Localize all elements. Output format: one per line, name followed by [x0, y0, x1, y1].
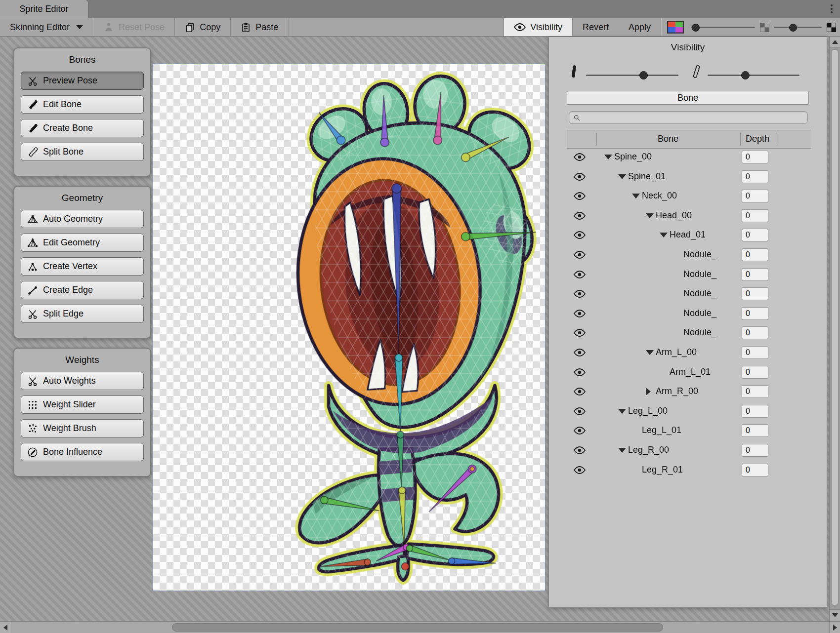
depth-field[interactable]: 0	[742, 209, 768, 222]
bone-name[interactable]: Nodule_	[683, 308, 716, 318]
eye-icon[interactable]	[574, 290, 586, 298]
foldout-icon[interactable]	[618, 448, 626, 453]
eye-icon[interactable]	[574, 271, 586, 278]
horizontal-scrollbar[interactable]	[0, 621, 840, 633]
bone-row[interactable]: Leg_R_01 0	[549, 461, 827, 480]
bone-row[interactable]: Nodule_ 0	[549, 304, 827, 324]
mesh-opacity-knob[interactable]	[741, 71, 750, 79]
depth-field[interactable]: 0	[742, 287, 768, 300]
scroll-down-button[interactable]	[830, 609, 840, 621]
foldout-icon[interactable]	[646, 350, 654, 355]
tab-sprite-editor[interactable]: Sprite Editor	[0, 0, 88, 18]
bone-row[interactable]: Leg_L_01 0	[549, 421, 827, 441]
edit-geometry-button[interactable]: Edit Geometry	[21, 234, 144, 252]
auto-geometry-button[interactable]: Auto Geometry	[21, 210, 144, 228]
bone-name[interactable]: Leg_R_00	[628, 445, 669, 455]
slider-knob[interactable]	[789, 24, 797, 32]
depth-field[interactable]: 0	[742, 444, 768, 457]
bone-name[interactable]: Leg_L_00	[628, 406, 668, 416]
skinning-editor-dropdown[interactable]: Skinning Editor	[0, 18, 93, 36]
edit-bone-button[interactable]: Edit Bone	[21, 95, 144, 114]
depth-field[interactable]: 0	[742, 151, 768, 163]
reset-pose-button[interactable]: Reset Pose	[93, 18, 174, 36]
horizontal-scroll-thumb[interactable]	[172, 623, 663, 632]
bone-row[interactable]: Nodule_ 0	[549, 245, 827, 265]
bone-row[interactable]: Nodule_ 0	[549, 323, 827, 343]
auto-weights-button[interactable]: Auto Weights	[21, 372, 144, 390]
eye-icon[interactable]	[574, 212, 586, 220]
depth-field[interactable]: 0	[742, 424, 768, 437]
foldout-icon[interactable]	[618, 174, 626, 179]
eye-icon[interactable]	[574, 192, 586, 200]
foldout-icon[interactable]	[604, 155, 612, 159]
eye-icon[interactable]	[574, 466, 586, 474]
depth-field[interactable]: 0	[742, 326, 768, 339]
bone-name[interactable]: Leg_R_01	[642, 465, 683, 475]
eye-icon[interactable]	[574, 368, 586, 376]
eye-icon[interactable]	[574, 173, 586, 181]
bone-row[interactable]: Spine_01 0	[549, 167, 827, 187]
bone-name[interactable]: Arm_L_00	[656, 347, 697, 357]
scroll-up-button[interactable]	[830, 37, 840, 48]
scroll-left-button[interactable]	[0, 622, 11, 633]
bone-name[interactable]: Nodule_	[683, 288, 716, 299]
depth-field[interactable]: 0	[742, 248, 768, 261]
weight-brush-button[interactable]: Weight Brush	[21, 419, 144, 437]
eye-icon[interactable]	[574, 310, 586, 317]
foldout-icon[interactable]	[618, 409, 626, 414]
vertical-scrollbar[interactable]	[829, 37, 840, 621]
foldout-icon[interactable]	[646, 388, 651, 396]
depth-field[interactable]: 0	[742, 190, 768, 202]
split-edge-button[interactable]: Split Edge	[21, 305, 144, 323]
create-vertex-button[interactable]: Create Vertex	[21, 257, 144, 276]
bone-row[interactable]: Head_01 0	[549, 226, 827, 245]
eye-icon[interactable]	[574, 427, 586, 435]
visibility-toggle-button[interactable]: Visibility	[504, 18, 573, 36]
depth-field[interactable]: 0	[742, 307, 768, 320]
eye-icon[interactable]	[574, 329, 586, 337]
foldout-icon[interactable]	[632, 194, 640, 198]
create-edge-button[interactable]: Create Edge	[21, 281, 144, 299]
mesh-opacity-slider[interactable]	[708, 75, 799, 76]
overlay-opacity-slider[interactable]	[691, 22, 755, 32]
paste-button[interactable]: Paste	[231, 18, 288, 36]
foldout-icon[interactable]	[660, 233, 668, 237]
copy-button[interactable]: Copy	[175, 18, 230, 36]
depth-field[interactable]: 0	[742, 170, 768, 183]
bone-name[interactable]: Nodule_	[683, 327, 716, 338]
split-bone-button[interactable]: Split Bone	[21, 143, 144, 161]
bone-opacity-slider[interactable]	[586, 75, 678, 76]
bone-name[interactable]: Arm_R_00	[656, 386, 698, 396]
scroll-right-button[interactable]	[829, 622, 840, 633]
bone-row[interactable]: Spine_00 0	[549, 148, 827, 167]
weight-slider-button[interactable]: Weight Slider	[21, 396, 144, 414]
bone-name[interactable]: Nodule_	[683, 269, 716, 279]
preview-pose-button[interactable]: Preview Pose	[21, 72, 144, 90]
bone-name[interactable]: Head_00	[656, 210, 692, 221]
bone-name[interactable]: Arm_L_01	[670, 367, 711, 377]
search-input[interactable]	[584, 113, 803, 122]
bone-row[interactable]: Neck_00 0	[549, 187, 827, 206]
slider-knob[interactable]	[692, 24, 700, 32]
sprite-canvas[interactable]	[153, 64, 545, 591]
bone-row[interactable]: Nodule_ 0	[549, 284, 827, 304]
revert-button[interactable]: Revert	[573, 18, 619, 36]
depth-field[interactable]: 0	[742, 405, 768, 418]
eye-icon[interactable]	[574, 153, 586, 161]
depth-field[interactable]: 0	[742, 464, 768, 476]
bone-influence-button[interactable]: Bone Influence	[21, 443, 144, 461]
depth-field[interactable]: 0	[742, 346, 768, 359]
eye-icon[interactable]	[574, 388, 586, 396]
bone-name[interactable]: Leg_L_01	[642, 425, 681, 435]
eye-icon[interactable]	[574, 251, 586, 259]
create-bone-button[interactable]: Create Bone	[21, 119, 144, 137]
vertical-scroll-thumb[interactable]	[831, 49, 839, 605]
bone-name[interactable]: Nodule_	[683, 249, 716, 260]
column-header-depth[interactable]: Depth	[746, 134, 769, 144]
bone-name[interactable]: Head_01	[670, 230, 706, 240]
bone-row[interactable]: Leg_R_00 0	[549, 441, 827, 461]
eye-icon[interactable]	[574, 349, 586, 356]
depth-field[interactable]: 0	[742, 268, 768, 281]
color-swatch-button[interactable]	[667, 21, 684, 34]
eye-icon[interactable]	[574, 407, 586, 415]
